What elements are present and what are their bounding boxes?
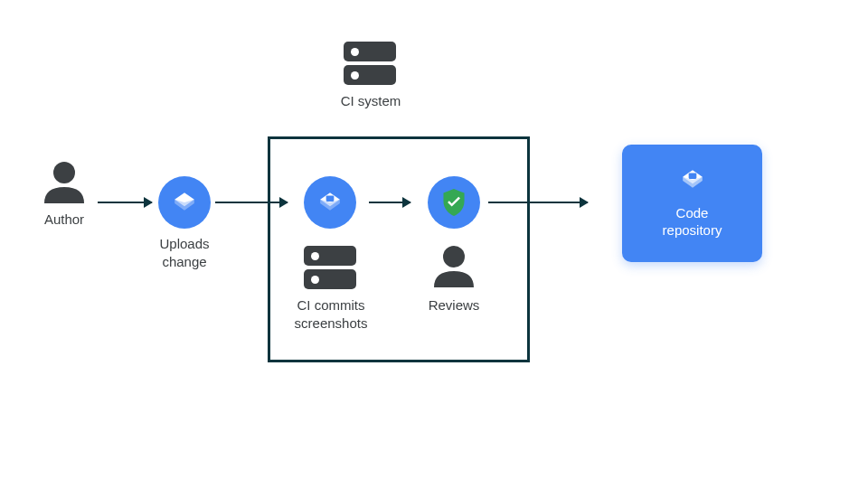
- ci-system-label: CI system: [335, 92, 407, 110]
- layers-icon: [173, 191, 196, 214]
- ci-commits-label: CI commits screenshots: [289, 296, 373, 332]
- reviews-node: [428, 176, 480, 229]
- author-label: Author: [36, 211, 92, 229]
- reviews-label: Reviews: [425, 296, 483, 314]
- svg-rect-3: [688, 173, 696, 179]
- reviewer-person-icon: [434, 246, 474, 287]
- arrow-icon: [369, 202, 410, 203]
- svg-point-2: [443, 246, 465, 267]
- server-unit-icon: [304, 269, 356, 289]
- server-unit-icon: [344, 65, 396, 85]
- code-repository-card: Code repository: [622, 145, 762, 262]
- svg-point-0: [53, 162, 75, 183]
- shield-check-icon: [441, 189, 467, 216]
- layers-image-icon: [681, 168, 704, 192]
- ci-system-server-icon: [344, 42, 396, 89]
- code-repository-label: Code repository: [663, 204, 722, 239]
- uploads-change-label: Uploads change: [151, 235, 218, 270]
- arrow-icon: [98, 202, 152, 203]
- arrow-icon: [488, 202, 588, 203]
- uploads-change-node: [158, 176, 211, 229]
- ci-commits-node: [304, 176, 356, 229]
- author-person-icon: [44, 162, 84, 203]
- svg-rect-1: [326, 195, 335, 202]
- ci-server-icon: [304, 246, 356, 293]
- server-unit-icon: [304, 246, 356, 266]
- layers-image-icon: [318, 191, 342, 214]
- server-unit-icon: [344, 42, 396, 61]
